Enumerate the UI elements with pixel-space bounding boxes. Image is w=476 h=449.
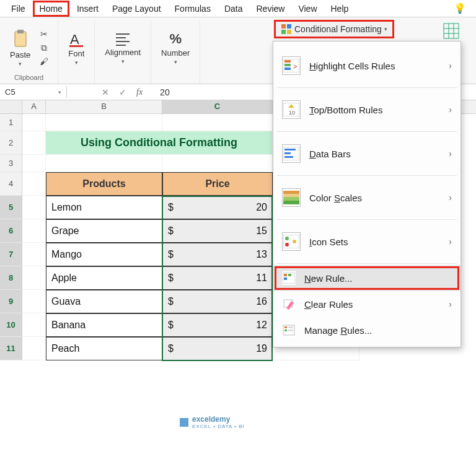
cell-product[interactable]: Mango: [46, 243, 162, 266]
svg-rect-39: [288, 274, 291, 276]
cell-price[interactable]: $19: [162, 337, 273, 360]
cell-price[interactable]: $12: [162, 313, 273, 337]
tell-me-icon[interactable]: 💡: [449, 2, 471, 14]
row-head[interactable]: 4: [0, 172, 22, 196]
watermark-brand: exceldemy: [192, 415, 245, 424]
cell-price[interactable]: $15: [162, 219, 273, 243]
cell-product[interactable]: Lemon: [46, 196, 162, 219]
row-head[interactable]: 2: [0, 131, 22, 155]
row-head[interactable]: 9: [0, 290, 22, 313]
cell-product[interactable]: Apple: [46, 266, 162, 290]
row-head[interactable]: 11: [0, 337, 22, 360]
row-head[interactable]: 1: [0, 114, 22, 131]
row-head[interactable]: 10: [0, 313, 22, 337]
tab-home[interactable]: Home: [33, 1, 69, 17]
percent-icon: %: [169, 31, 182, 47]
menu-manage-rules[interactable]: Manage Rules...: [273, 317, 461, 343]
tab-help[interactable]: Help: [325, 1, 355, 16]
menu-label: New Rule...: [304, 273, 452, 284]
menu-data-bars[interactable]: Data Bars ›: [273, 133, 461, 174]
conditional-formatting-button[interactable]: Conditional Formatting ▾: [274, 20, 394, 38]
cell-product[interactable]: Grape: [46, 219, 162, 243]
cell-price[interactable]: $11: [162, 266, 273, 290]
svg-text:>: >: [293, 63, 297, 70]
row-head[interactable]: 7: [0, 243, 22, 266]
color-scales-icon: [282, 188, 301, 207]
menu-label: Manage Rules...: [304, 325, 452, 336]
tab-data[interactable]: Data: [218, 1, 249, 16]
menu-label: Icon Sets: [309, 237, 440, 247]
svg-rect-19: [284, 64, 291, 66]
new-rule-icon: [282, 271, 296, 285]
cell-product[interactable]: Peach: [46, 337, 162, 360]
svg-point-36: [293, 240, 296, 243]
header-products: Products: [46, 172, 162, 196]
group-number: % Number ▾: [151, 21, 200, 84]
manage-rules-icon: [282, 323, 296, 337]
font-button[interactable]: A Font ▾: [66, 29, 87, 67]
svg-rect-32: [283, 201, 299, 204]
tab-insert[interactable]: Insert: [71, 1, 105, 16]
svg-rect-0: [15, 32, 26, 46]
col-header-a[interactable]: A: [22, 100, 46, 113]
cell-price[interactable]: $16: [162, 290, 273, 313]
svg-rect-45: [284, 329, 287, 331]
svg-rect-46: [288, 326, 293, 328]
svg-rect-26: [284, 149, 296, 150]
clear-rules-icon: [282, 297, 296, 311]
svg-point-35: [285, 243, 289, 246]
cell-price[interactable]: $20: [162, 196, 273, 219]
menu-new-rule[interactable]: New Rule...: [273, 265, 461, 291]
menu-label: Data Bars: [309, 149, 440, 159]
svg-rect-28: [284, 156, 293, 158]
row-head[interactable]: 3: [0, 155, 22, 172]
svg-rect-3: [69, 45, 83, 47]
tab-review[interactable]: Review: [250, 1, 291, 16]
row-head[interactable]: 5: [0, 196, 22, 219]
fx-icon[interactable]: fx: [136, 87, 143, 97]
col-header-c[interactable]: C: [162, 100, 273, 113]
chevron-down-icon: ▾: [174, 59, 177, 65]
paste-button[interactable]: Paste ▾: [7, 28, 33, 68]
col-header-b[interactable]: B: [46, 100, 162, 113]
svg-point-34: [285, 237, 289, 240]
cell-product[interactable]: Banana: [46, 313, 162, 337]
tab-view[interactable]: View: [292, 1, 323, 16]
cells-icon: [443, 22, 460, 40]
alignment-button[interactable]: Alignment ▾: [102, 30, 143, 66]
cell-price[interactable]: $13: [162, 243, 273, 266]
menu-clear-rules[interactable]: Clear Rules ›: [273, 291, 461, 317]
tab-formulas[interactable]: Formulas: [169, 1, 217, 16]
name-box[interactable]: C5: [0, 86, 67, 98]
number-button[interactable]: % Number ▾: [159, 30, 192, 66]
chevron-right-icon: ›: [449, 61, 452, 71]
svg-rect-27: [284, 152, 291, 154]
confirm-icon[interactable]: ✓: [119, 87, 126, 97]
group-alignment: Alignment ▾: [95, 21, 151, 84]
row-head[interactable]: 6: [0, 219, 22, 243]
menu-top-bottom-rules[interactable]: 10 Top/Bottom Rules ›: [273, 89, 461, 130]
copy-icon[interactable]: ⧉: [38, 42, 50, 53]
svg-rect-44: [284, 326, 287, 328]
paste-label: Paste: [10, 50, 30, 59]
highlight-cells-icon: >: [282, 56, 301, 75]
menu-icon-sets[interactable]: Icon Sets ›: [273, 221, 461, 262]
cancel-icon[interactable]: ✕: [102, 87, 109, 97]
chevron-down-icon: ▾: [384, 26, 387, 32]
tab-page-layout[interactable]: Page Layout: [106, 1, 167, 16]
cut-icon[interactable]: ✂: [38, 28, 50, 40]
formula-input[interactable]: 20: [152, 87, 170, 97]
menubar: File Home Insert Page Layout Formulas Da…: [0, 0, 476, 17]
svg-rect-40: [284, 277, 287, 280]
select-all-corner[interactable]: [0, 100, 22, 113]
top-bottom-icon: 10: [282, 100, 301, 119]
menu-highlight-cells-rules[interactable]: > Highlight Cells Rules ›: [273, 45, 461, 86]
conditional-formatting-label: Conditional Formatting: [294, 24, 382, 34]
format-painter-icon[interactable]: 🖌: [38, 56, 50, 67]
menu-color-scales[interactable]: Color Scales ›: [273, 177, 461, 218]
svg-rect-47: [288, 329, 293, 331]
tab-file[interactable]: File: [5, 1, 32, 16]
svg-rect-31: [283, 197, 299, 201]
row-head[interactable]: 8: [0, 266, 22, 290]
cell-product[interactable]: Guava: [46, 290, 162, 313]
